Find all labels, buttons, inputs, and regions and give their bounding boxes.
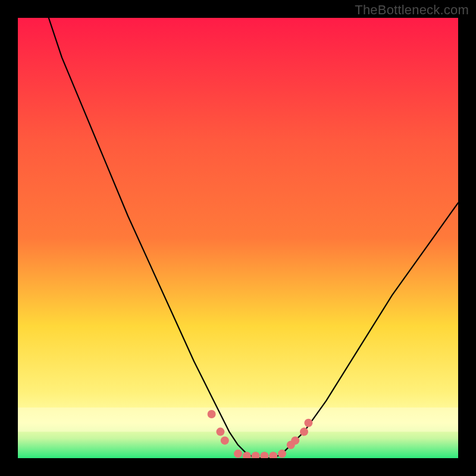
pale-band xyxy=(18,408,458,432)
chart-svg xyxy=(18,18,458,458)
curve-marker xyxy=(208,410,216,418)
curve-marker xyxy=(278,450,286,458)
curve-marker xyxy=(291,436,299,444)
curve-marker xyxy=(234,450,242,458)
curve-marker xyxy=(300,428,308,436)
curve-marker xyxy=(304,419,312,427)
curve-marker xyxy=(221,436,229,444)
watermark-text: TheBottleneck.com xyxy=(355,2,469,18)
bottleneck-curve-plot xyxy=(18,18,458,458)
gradient-background xyxy=(18,18,458,458)
curve-marker xyxy=(216,428,224,436)
chart-frame: TheBottleneck.com xyxy=(0,0,476,476)
